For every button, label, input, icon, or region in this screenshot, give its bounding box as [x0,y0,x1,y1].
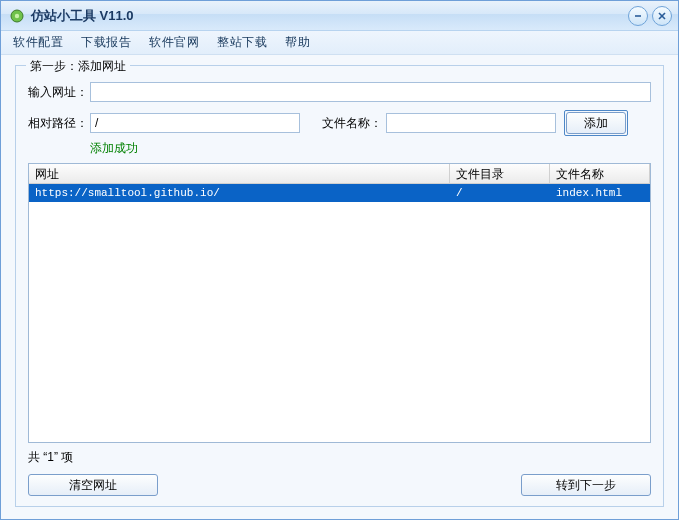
menu-help[interactable]: 帮助 [285,34,310,51]
svg-point-1 [15,13,19,17]
relpath-input[interactable] [90,113,300,133]
menu-website[interactable]: 软件官网 [149,34,199,51]
clear-button[interactable]: 清空网址 [28,474,158,496]
step1-title: 第一步：添加网址 [26,58,130,75]
url-input[interactable] [90,82,651,102]
body-area: 第一步：添加网址 输入网址： 相对路径： 文件名称： 添加 添加成功 网址 [1,55,678,519]
url-row: 输入网址： [28,82,651,102]
list-body[interactable]: https://smalltool.github.io//index.html [29,184,650,442]
filename-input[interactable] [386,113,556,133]
path-row: 相对路径： 文件名称： 添加 [28,110,651,136]
close-button[interactable] [652,6,672,26]
next-button[interactable]: 转到下一步 [521,474,651,496]
count-row: 共 “1” 项 [28,449,651,466]
list-header: 网址 文件目录 文件名称 [29,164,650,184]
add-button-highlight: 添加 [564,110,628,136]
step1-group: 第一步：添加网址 输入网址： 相对路径： 文件名称： 添加 添加成功 网址 [15,65,664,507]
status-message: 添加成功 [90,140,651,157]
col-header-url[interactable]: 网址 [29,164,450,183]
bottom-buttons: 清空网址 转到下一步 [28,474,651,496]
url-list: 网址 文件目录 文件名称 https://smalltool.github.io… [28,163,651,443]
add-button[interactable]: 添加 [566,112,626,134]
cell-file: index.html [550,186,650,200]
app-title: 仿站小工具 V11.0 [31,7,624,25]
count-suffix: ” 项 [54,450,73,464]
app-icon [9,8,25,24]
relpath-label: 相对路径： [28,115,90,132]
col-header-file[interactable]: 文件名称 [550,164,650,183]
url-label: 输入网址： [28,84,90,101]
cell-url: https://smalltool.github.io/ [29,186,450,200]
table-row[interactable]: https://smalltool.github.io//index.html [29,184,650,202]
menu-config[interactable]: 软件配置 [13,34,63,51]
app-window: 仿站小工具 V11.0 软件配置 下载报告 软件官网 整站下载 帮助 第一步：添… [0,0,679,520]
menu-report[interactable]: 下载报告 [81,34,131,51]
col-header-dir[interactable]: 文件目录 [450,164,550,183]
filename-label: 文件名称： [322,115,382,132]
minimize-button[interactable] [628,6,648,26]
title-bar: 仿站小工具 V11.0 [1,1,678,31]
menu-bar: 软件配置 下载报告 软件官网 整站下载 帮助 [1,31,678,55]
cell-dir: / [450,186,550,200]
menu-fullsite[interactable]: 整站下载 [217,34,267,51]
count-prefix: 共 “ [28,450,47,464]
